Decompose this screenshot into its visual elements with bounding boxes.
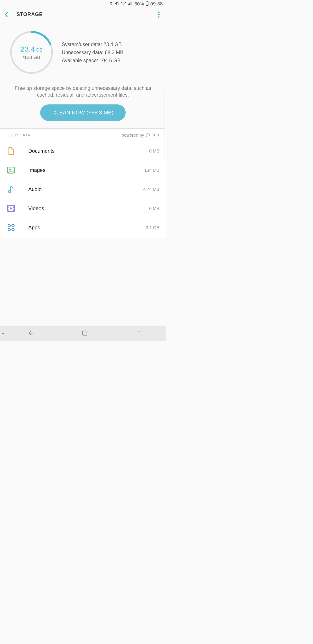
svg-rect-5 — [131, 2, 132, 5]
nav-expand-dot[interactable] — [2, 333, 4, 334]
clock: 09:38 — [150, 1, 163, 7]
svg-rect-4 — [130, 2, 131, 5]
bluetooth-icon — [109, 1, 113, 7]
edge-panel-handle[interactable] — [165, 92, 166, 161]
category-size: 0 MB — [149, 206, 159, 211]
svg-line-0 — [117, 2, 119, 4]
svg-point-9 — [9, 169, 11, 170]
cleanup-hint: Free up storage space by deleting unnece… — [0, 79, 166, 98]
category-size: 134 MB — [144, 168, 159, 173]
svg-point-15 — [12, 228, 14, 230]
svg-point-10 — [8, 190, 11, 193]
user-data-section: USER DATA powered by + 360 Documents0 MB… — [0, 129, 166, 238]
category-name: Images — [19, 167, 144, 173]
more-options-button[interactable] — [156, 12, 162, 18]
powered-by: powered by + 360 — [122, 133, 159, 138]
battery-percent: 30% — [134, 1, 144, 7]
image-icon — [6, 166, 19, 175]
category-size: 4.74 MB — [143, 187, 159, 192]
audio-icon — [6, 185, 19, 194]
used-amount: 23.4GB — [20, 45, 43, 53]
storage-stats: System/user data: 23.4 GB Unnecessary da… — [62, 42, 158, 64]
svg-point-13 — [12, 224, 14, 227]
svg-rect-2 — [128, 4, 129, 5]
category-name: Videos — [19, 206, 149, 212]
category-size: 0 MB — [149, 148, 159, 154]
stat-unnecessary: Unnecessary data: 68.3 MB — [62, 50, 158, 56]
status-bar: 30% 09:38 — [0, 0, 166, 8]
category-row-apps[interactable]: Apps3.1 GB — [6, 218, 159, 237]
navigation-bar — [0, 326, 166, 341]
battery-icon — [146, 2, 148, 6]
app-bar: STORAGE — [0, 8, 166, 21]
usage-ring: 23.4GB /128 GB — [9, 30, 54, 75]
back-button[interactable] — [4, 11, 10, 18]
nav-back-button[interactable] — [27, 330, 34, 338]
svg-rect-3 — [129, 3, 130, 5]
storage-summary: 23.4GB /128 GB System/user data: 23.4 GB… — [0, 21, 166, 79]
svg-point-12 — [8, 224, 10, 227]
category-size: 3.1 GB — [146, 225, 159, 230]
nav-home-button[interactable] — [81, 330, 88, 338]
svg-rect-16 — [83, 331, 87, 335]
category-name: Audio — [19, 186, 143, 192]
category-row-image[interactable]: Images134 MB — [6, 160, 159, 180]
category-name: Apps — [19, 224, 146, 230]
category-row-document[interactable]: Documents0 MB — [6, 142, 159, 160]
category-row-video[interactable]: Videos0 MB — [6, 199, 159, 218]
page-title: STORAGE — [16, 12, 43, 18]
mute-vibrate-icon — [114, 1, 119, 7]
category-name: Documents — [19, 148, 149, 154]
apps-icon — [6, 223, 19, 232]
wifi-icon — [121, 1, 126, 7]
nav-recents-button[interactable] — [135, 330, 143, 338]
stat-available: Available space: 104.6 GB — [62, 58, 158, 64]
stat-system-user: System/user data: 23.4 GB — [62, 42, 158, 48]
user-data-label: USER DATA — [6, 133, 30, 138]
svg-point-1 — [123, 5, 124, 6]
total-amount: /128 GB — [23, 54, 40, 60]
signal-icon — [128, 1, 133, 7]
svg-point-14 — [8, 228, 10, 230]
document-icon — [6, 146, 19, 156]
video-icon — [6, 204, 19, 213]
category-row-audio[interactable]: Audio4.74 MB — [6, 180, 159, 199]
360-logo-icon: + — [146, 133, 150, 137]
clean-now-button[interactable]: CLEAN NOW (+68.3 MB) — [40, 104, 126, 121]
